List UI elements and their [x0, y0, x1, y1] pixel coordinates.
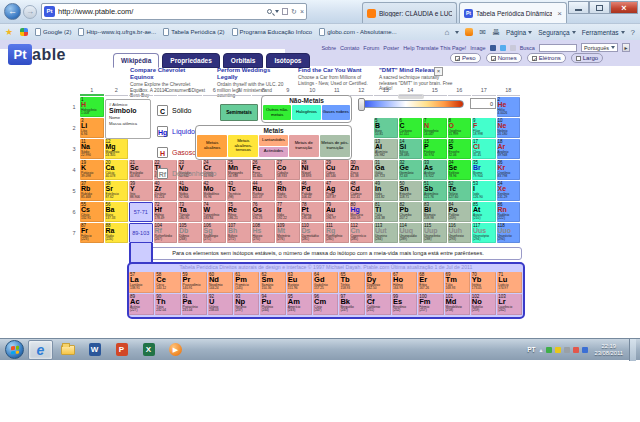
nav-link-forum[interactable]: Forum — [363, 45, 379, 51]
tab-propriedades[interactable]: Propriedades — [162, 53, 220, 68]
element-Ca[interactable]: 20CaCálcio40.078 — [105, 160, 129, 180]
favorite-link[interactable]: Google (2) — [35, 28, 71, 36]
menu-página[interactable]: Página — [506, 29, 532, 36]
legend-noble-gases[interactable]: Gases nobres — [322, 105, 350, 120]
toggle-nomes[interactable]: ✓Nomes — [486, 53, 522, 63]
element-U[interactable]: 92UUrânio238.03 — [208, 294, 233, 315]
element-H[interactable]: 1HHidrogênio1.008 — [80, 97, 104, 117]
tray-antivirus-icon[interactable] — [546, 347, 552, 353]
taskbar-windows-explorer[interactable] — [55, 340, 80, 360]
favorite-link[interactable]: globo.com - Absolutame... — [319, 28, 396, 36]
element-Tl[interactable]: 81TlTálio204.38 — [374, 202, 398, 222]
period-label-3[interactable]: 3 — [70, 139, 78, 159]
element-Mg[interactable]: 12MgMagnésio24.305 — [105, 139, 129, 159]
help-icon[interactable]: ? — [631, 28, 635, 37]
tray-alert-icon[interactable] — [573, 347, 579, 353]
element-Ne[interactable]: 10NeNeônio20.180 — [497, 118, 521, 138]
group-label-1[interactable]: 1 — [80, 86, 104, 96]
browser-tab-ptable[interactable]: Pt Tabela Periódica Dinâmica × — [459, 2, 567, 24]
element-Bi[interactable]: 83BiBismuto208.98 — [423, 202, 447, 222]
element-Te[interactable]: 52TeTelúrio127.60 — [448, 181, 472, 201]
element-Ba[interactable]: 56BaBário137.33 — [105, 202, 129, 222]
tray-shield-icon[interactable] — [555, 347, 561, 353]
element-Co[interactable]: 27CoCobalto58.933 — [276, 160, 300, 180]
element-Xe[interactable]: 54XeXenônio131.29 — [497, 181, 521, 201]
minimize-button[interactable] — [568, 1, 589, 14]
temperature-input[interactable]: 0 — [470, 98, 496, 109]
element-Ar[interactable]: 18ArArgônio39.948 — [497, 139, 521, 159]
legend-halogens[interactable]: Halogênios — [292, 105, 320, 120]
refresh-icon[interactable]: ↻ — [291, 8, 297, 16]
element-Ge[interactable]: 32GeGermânio72.63 — [399, 160, 423, 180]
element-Pa[interactable]: 91PaProtactínio231.04 — [182, 294, 207, 315]
element-Na[interactable]: 11NaSódio22.990 — [80, 139, 104, 159]
element-Zr[interactable]: 40ZrZircônio91.224 — [154, 181, 178, 201]
element-Li[interactable]: 3LiLítio6.94 — [80, 118, 104, 138]
toggle-peso[interactable]: ✓Peso — [450, 53, 481, 63]
element-Cl[interactable]: 17ClCloro35.45 — [472, 139, 496, 159]
nav-link-poster[interactable]: Poster — [383, 45, 399, 51]
element-Al[interactable]: 13AlAlumínio26.982 — [374, 139, 398, 159]
element-Uuh[interactable]: 116UuhUnunhexio(293) — [448, 223, 472, 243]
group-label-18[interactable]: 18 — [497, 86, 521, 96]
element-Sm[interactable]: 62SmSamário150.36 — [260, 272, 285, 293]
element-Re[interactable]: 75ReRênio186.21 — [227, 202, 251, 222]
element-Y[interactable]: 39YÍtrio88.906 — [129, 181, 153, 201]
tray-network-icon[interactable] — [582, 347, 588, 353]
element-Md[interactable]: 101MdMendelévio(258) — [445, 294, 470, 315]
element-P[interactable]: 15PFósforo30.974 — [423, 139, 447, 159]
group-label-17[interactable]: 17 — [472, 86, 496, 96]
element-Bh[interactable]: 107BhBóhrio(272) — [227, 223, 251, 243]
element-Rg[interactable]: 111RgRoentgênio(280) — [325, 223, 349, 243]
element-Rh[interactable]: 45RhRódio102.91 — [276, 181, 300, 201]
group-label-2[interactable]: 2 — [105, 86, 129, 96]
language-go-button[interactable]: ► — [622, 43, 630, 52]
element-Ta[interactable]: 73TaTântalo180.95 — [178, 202, 202, 222]
element-Am[interactable]: 95AmAmerício(243) — [287, 294, 312, 315]
twitter-icon[interactable] — [500, 45, 506, 51]
nav-link-help-translate-this-page-[interactable]: Help Translate This Page! — [403, 45, 466, 51]
element-I[interactable]: 53IIodo126.90 — [472, 181, 496, 201]
element-Es[interactable]: 99EsEinstênio(252) — [392, 294, 417, 315]
group-label-14[interactable]: 14 — [399, 86, 423, 96]
period-label-1[interactable]: 1 — [70, 97, 78, 117]
period-label-7[interactable]: 7 — [70, 223, 78, 243]
nav-link-image[interactable]: Image — [470, 45, 485, 51]
legend-semimetals[interactable]: Semimetais — [220, 104, 258, 121]
element-Zn[interactable]: 30ZnZinco65.38 — [350, 160, 374, 180]
group-label-6[interactable]: 6 — [203, 86, 227, 96]
element-Tm[interactable]: 69TmTúlio168.93 — [445, 272, 470, 293]
element-Cn[interactable]: 112CnCopernício(285) — [350, 223, 374, 243]
taskbar-word[interactable]: W — [82, 340, 107, 360]
rss-icon[interactable] — [465, 28, 473, 36]
element-C[interactable]: 6CCarbono12.011 — [399, 118, 423, 138]
element-Dy[interactable]: 66DyDisprósio162.50 — [366, 272, 391, 293]
menu-segurança[interactable]: Segurança — [538, 29, 575, 36]
compatibility-view-icon[interactable] — [282, 8, 288, 15]
element-Os[interactable]: 76OsÓsmio190.23 — [252, 202, 276, 222]
home-dropdown-icon[interactable] — [455, 31, 459, 34]
element-Tb[interactable]: 65TbTérbio158.93 — [339, 272, 364, 293]
element-Ag[interactable]: 47AgPrata107.87 — [325, 181, 349, 201]
element-Ds[interactable]: 110DsDarmstádtio(281) — [301, 223, 325, 243]
lanthanide-placeholder[interactable]: 57-71 — [129, 202, 153, 222]
element-Po[interactable]: 84PoPolônio(209) — [448, 202, 472, 222]
element-Uus[interactable]: 117UusUnunséptio(294) — [472, 223, 496, 243]
maximize-button[interactable] — [589, 1, 610, 14]
ad-close-button[interactable]: × — [434, 67, 443, 76]
back-button[interactable]: ← — [4, 3, 21, 20]
favorite-link[interactable]: Programa Educação Infoco — [232, 28, 313, 36]
ptable-logo[interactable]: Pt able — [8, 44, 66, 65]
element-Pd[interactable]: 46PdPaládio106.42 — [301, 181, 325, 201]
element-No[interactable]: 102NoNobélio(259) — [471, 294, 496, 315]
group-label-3[interactable]: 3 — [129, 86, 153, 96]
slider-handle[interactable] — [358, 98, 365, 111]
element-Ni[interactable]: 28NiNíquel58.693 — [301, 160, 325, 180]
legend-alkali[interactable]: Metais alcalinos — [197, 135, 227, 157]
element-Mn[interactable]: 25MnManganês54.938 — [227, 160, 251, 180]
legend-other-nonmetals[interactable]: Outros não-metais — [263, 105, 291, 120]
group-label-4[interactable]: 4 — [154, 86, 178, 96]
element-F[interactable]: 9FFlúor18.998 — [472, 118, 496, 138]
mail-icon[interactable]: ✉ — [479, 28, 486, 37]
element-Gd[interactable]: 64GdGadolínio157.25 — [313, 272, 338, 293]
